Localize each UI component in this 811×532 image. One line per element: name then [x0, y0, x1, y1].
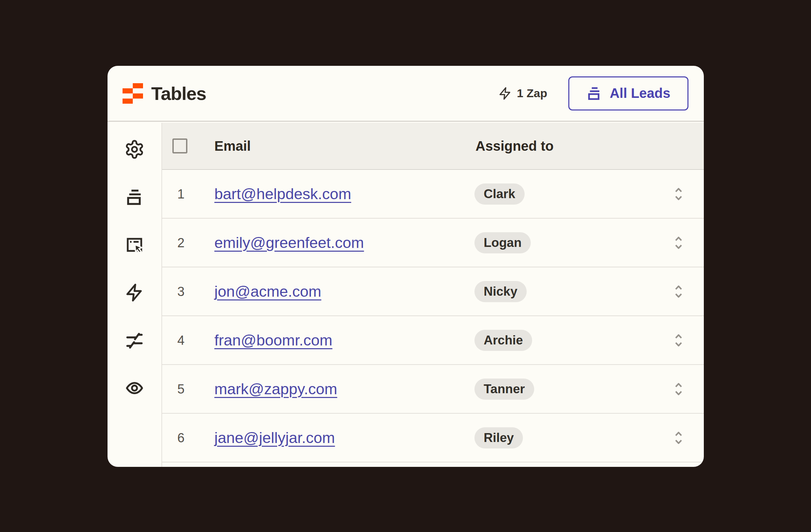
row-expand-chevron-icon[interactable]	[674, 284, 683, 299]
sidebar	[108, 123, 162, 467]
row-expand-chevron-icon[interactable]	[674, 332, 683, 348]
sidebar-item-settings[interactable]	[108, 125, 161, 173]
table-stack-icon	[586, 86, 602, 101]
row-expand-chevron-icon[interactable]	[674, 381, 683, 397]
assigned-to-badge[interactable]: Riley	[474, 427, 523, 448]
zap-count[interactable]: 1 Zap	[498, 87, 547, 100]
all-leads-button-label: All Leads	[610, 86, 670, 101]
logo-brick	[123, 99, 133, 104]
email-link[interactable]: emily@greenfeet.com	[214, 234, 364, 252]
body-region: Email Assigned to 1 bart@helpdesk.com Cl…	[108, 123, 704, 467]
row-number: 2	[162, 235, 200, 250]
zap-count-label: 1 Zap	[517, 87, 547, 100]
row-expand-chevron-icon[interactable]	[674, 186, 683, 202]
all-leads-button[interactable]: All Leads	[568, 76, 688, 110]
email-link[interactable]: jane@jellyjar.com	[214, 429, 335, 447]
sidebar-item-views[interactable]	[108, 364, 161, 412]
row-expand-chevron-icon[interactable]	[674, 430, 683, 446]
row-number: 3	[162, 284, 200, 299]
eye-views-icon	[125, 379, 144, 398]
row-number: 5	[162, 382, 200, 396]
sidebar-item-fields[interactable]	[108, 316, 161, 364]
top-bar: Tables 1 Zap All Leads	[108, 66, 704, 122]
sidebar-item-zaps[interactable]	[108, 269, 161, 316]
app-title: Tables	[151, 83, 206, 104]
table-row: 1 bart@helpdesk.com Clark	[162, 170, 704, 219]
partial-next-row	[162, 462, 704, 467]
column-header-email[interactable]: Email	[214, 138, 251, 154]
assigned-to-badge[interactable]: Archie	[474, 330, 532, 351]
row-number: 1	[162, 187, 200, 201]
lightning-bolt-icon	[498, 87, 512, 100]
logo-brick	[123, 88, 133, 93]
adjust-fields-icon	[125, 331, 144, 350]
email-link[interactable]: bart@helpdesk.com	[214, 185, 351, 203]
tables-logo-icon	[123, 83, 143, 104]
assigned-to-badge[interactable]: Clark	[474, 183, 525, 205]
table-row: 4 fran@boomr.com Archie	[162, 316, 704, 365]
assigned-to-badge[interactable]: Tanner	[474, 379, 534, 400]
table-row: 3 jon@acme.com Nicky	[162, 267, 704, 316]
logo-brick	[133, 93, 143, 99]
email-link[interactable]: jon@acme.com	[214, 283, 321, 300]
select-all-checkbox[interactable]	[172, 138, 187, 153]
column-header-assigned-to[interactable]: Assigned to	[475, 138, 554, 154]
email-link[interactable]: fran@boomr.com	[214, 331, 332, 349]
table-area: Email Assigned to 1 bart@helpdesk.com Cl…	[162, 123, 704, 467]
email-link[interactable]: mark@zappy.com	[214, 380, 337, 398]
settings-gear-icon	[124, 139, 145, 160]
row-expand-chevron-icon[interactable]	[674, 235, 683, 251]
form-window-cursor-icon	[125, 235, 144, 254]
table-row: 2 emily@greenfeet.com Logan	[162, 219, 704, 267]
sidebar-item-forms[interactable]	[108, 221, 161, 269]
table-row: 5 mark@zappy.com Tanner	[162, 365, 704, 414]
logo-brick	[133, 83, 143, 88]
tables-app-card: Tables 1 Zap All Leads	[108, 66, 704, 467]
table-header-row: Email Assigned to	[162, 123, 704, 170]
page-background: Tables 1 Zap All Leads	[0, 0, 811, 532]
row-number: 6	[162, 430, 200, 445]
table-stack-icon	[125, 188, 144, 207]
sidebar-item-tables[interactable]	[108, 173, 161, 221]
zap-bolt-icon	[125, 283, 144, 302]
assigned-to-badge[interactable]: Logan	[474, 232, 531, 253]
assigned-to-badge[interactable]: Nicky	[474, 281, 527, 302]
table-row: 6 jane@jellyjar.com Riley	[162, 414, 704, 462]
row-number: 4	[162, 333, 200, 348]
